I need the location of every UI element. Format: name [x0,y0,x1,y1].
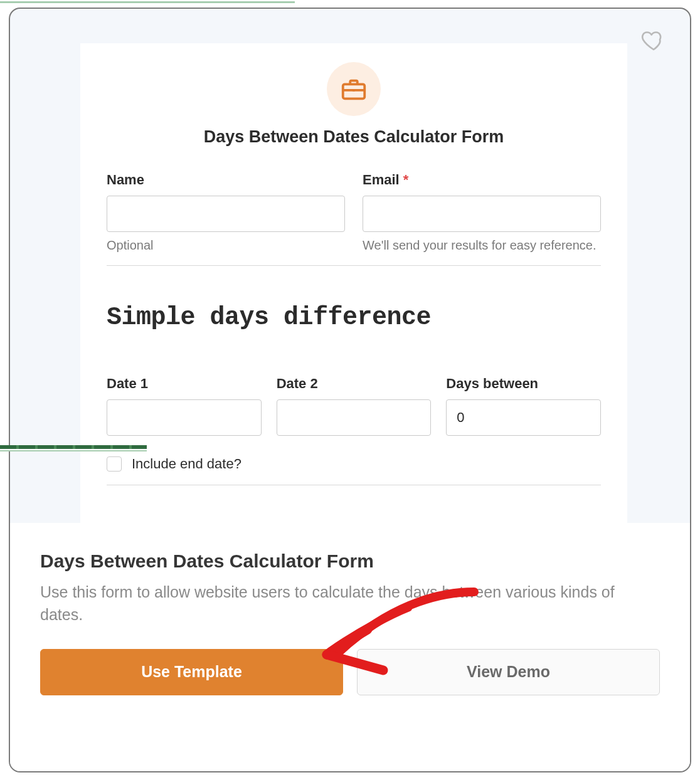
include-end-checkbox[interactable] [107,456,122,472]
name-label: Name [107,172,345,188]
favorite-button[interactable] [641,28,666,53]
date2-field-group: Date 2 [277,376,432,436]
use-template-button[interactable]: Use Template [40,649,343,695]
footer-title: Days Between Dates Calculator Form [40,551,660,572]
form-preview: Days Between Dates Calculator Form Name … [80,43,627,524]
email-helper: We'll send your results for easy referen… [363,238,601,253]
view-demo-label: View Demo [467,663,550,681]
include-end-row: Include end date? [107,456,601,472]
form-title: Days Between Dates Calculator Form [107,127,601,147]
divider [107,485,601,485]
name-field-group: Name Optional [107,172,345,253]
footer-description: Use this form to allow website users to … [40,581,660,626]
view-demo-button[interactable]: View Demo [357,649,660,695]
card-footer: Days Between Dates Calculator Form Use t… [10,523,690,771]
heart-icon [641,28,666,53]
use-template-label: Use Template [141,663,242,681]
briefcase-icon [339,75,368,103]
required-mark: * [403,172,409,187]
date1-label: Date 1 [107,376,262,392]
date2-input[interactable] [277,399,432,436]
date1-input[interactable] [107,399,262,436]
divider [107,265,601,266]
name-input[interactable] [107,196,345,232]
name-helper: Optional [107,238,345,253]
template-card: Days Between Dates Calculator Form Name … [9,8,691,772]
form-icon-circle [327,62,381,116]
include-end-label: Include end date? [132,456,241,472]
email-field-group: Email * We'll send your results for easy… [363,172,601,253]
email-label: Email * [363,172,601,188]
days-between-output[interactable] [446,399,601,436]
artifact-stripe-top [0,0,295,1]
days-between-field-group: Days between [446,376,601,436]
section-title: Simple days difference [107,303,601,332]
date2-label: Date 2 [277,376,432,392]
date1-field-group: Date 1 [107,376,262,436]
email-input[interactable] [363,196,601,232]
days-between-label: Days between [446,376,601,392]
email-label-text: Email [363,172,400,187]
